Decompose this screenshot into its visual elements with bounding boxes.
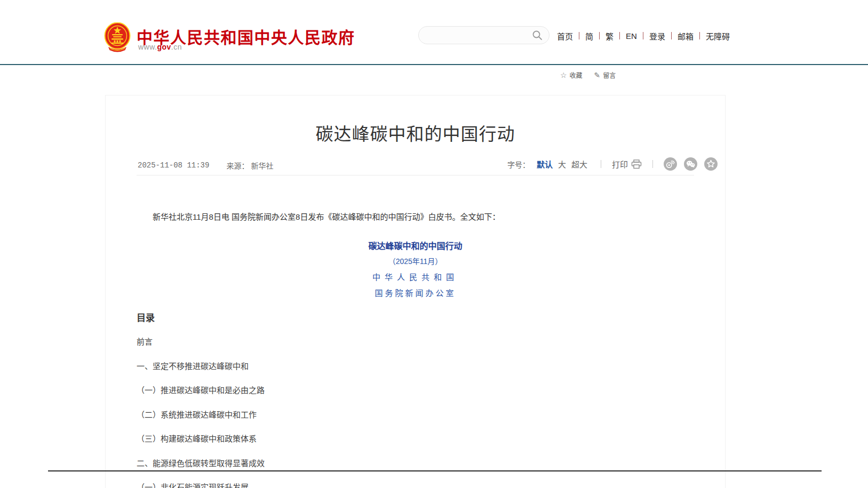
toc-heading: 目录 (137, 310, 155, 324)
article-tools: 字号： 默认 大 超大 打印 (507, 157, 718, 171)
font-size-xlarge[interactable]: 超大 (571, 158, 587, 170)
search-icon[interactable] (532, 30, 543, 41)
intro-paragraph: 新华社北京11月8日电 国务院新闻办公室8日发布《碳达峰碳中和的中国行动》白皮书… (137, 210, 694, 224)
page: 中华人民共和国中央人民政府 www.gov.cn 首页 简 繁 EN 登录 邮箱… (0, 0, 868, 488)
article-meta: 2025-11-08 11:39 来源： 新华社 (138, 160, 273, 171)
site-url-cn: .cn (171, 43, 182, 51)
nav-item-english[interactable]: EN (626, 31, 637, 41)
print-label: 打印 (612, 158, 628, 170)
pencil-icon: ✎ (594, 71, 601, 79)
meta-divider-line (137, 175, 694, 175)
search-input[interactable] (419, 27, 532, 43)
toolbar-separator (652, 160, 653, 168)
document-org-line1: 中华人民共和国 (106, 271, 725, 282)
source-value: 新华社 (251, 160, 273, 171)
print-button[interactable]: 打印 (612, 158, 642, 170)
font-size-label: 字号： (507, 159, 530, 170)
toc-item-1: 一、坚定不移推进碳达峰碳中和 (137, 360, 249, 371)
nav-item-simplified[interactable]: 简 (585, 30, 593, 42)
font-size-large[interactable]: 大 (558, 158, 566, 170)
nav-separator (619, 32, 620, 39)
toc-item-1-3: （三）构建碳达峰碳中和政策体系 (137, 433, 257, 444)
nav-separator (671, 32, 672, 39)
document-date: （2025年11月） (106, 255, 725, 266)
header-divider-line (0, 64, 868, 65)
toc-item-2-1: （一）非化石能源实现跃升发展 (137, 481, 249, 488)
nav-separator (599, 32, 600, 39)
bottom-border-line (48, 470, 822, 471)
font-size-default[interactable]: 默认 (537, 158, 553, 170)
nav-item-login[interactable]: 登录 (649, 30, 665, 42)
comment-button[interactable]: ✎ 留言 (594, 70, 616, 79)
site-url-www: www. (138, 43, 157, 51)
quick-actions: ☆ 收藏 ✎ 留言 (560, 70, 616, 79)
nav-item-accessibility[interactable]: 无障碍 (706, 30, 730, 42)
page-title: 碳达峰碳中和的中国行动 (106, 120, 725, 146)
top-nav: 首页 简 繁 EN 登录 邮箱 无障碍 (557, 30, 730, 41)
toc-item-1-1: （一）推进碳达峰碳中和是必由之路 (137, 384, 265, 395)
favorite-button[interactable]: ☆ 收藏 (560, 70, 583, 79)
site-url[interactable]: www.gov.cn (138, 43, 182, 51)
toolbar-separator (601, 160, 601, 168)
nav-separator (643, 32, 643, 39)
toc-item-preface: 前言 (137, 335, 153, 347)
share-icons (664, 157, 718, 171)
comment-label: 留言 (603, 70, 616, 79)
document-title: 碳达峰碳中和的中国行动 (106, 239, 725, 252)
favorite-label: 收藏 (570, 70, 583, 79)
toc-item-1-2: （二）系统推进碳达峰碳中和工作 (137, 409, 257, 420)
weibo-icon[interactable] (664, 157, 677, 171)
printer-icon (631, 159, 642, 169)
nav-item-home[interactable]: 首页 (557, 30, 573, 42)
site-header: 中华人民共和国中央人民政府 www.gov.cn 首页 简 繁 EN 登录 邮箱… (0, 0, 868, 64)
national-emblem-logo (104, 22, 131, 53)
star-share-icon[interactable] (704, 157, 718, 171)
document-org-line2: 国务院新闻办公室 (106, 287, 725, 298)
nav-item-traditional[interactable]: 繁 (606, 30, 614, 42)
article-card: 碳达峰碳中和的中国行动 2025-11-08 11:39 来源： 新华社 字号：… (105, 95, 726, 488)
source-label: 来源： (226, 160, 249, 171)
star-outline-icon: ☆ (560, 71, 567, 79)
site-url-gov: gov (157, 43, 171, 51)
publish-date: 2025-11-08 11:39 (138, 161, 209, 170)
nav-item-mail[interactable]: 邮箱 (678, 30, 694, 42)
nav-separator (699, 32, 700, 39)
toc-item-2: 二、能源绿色低碳转型取得显著成效 (137, 457, 265, 468)
search-box[interactable] (418, 26, 550, 44)
nav-separator (579, 32, 579, 39)
wechat-icon[interactable] (684, 157, 697, 171)
